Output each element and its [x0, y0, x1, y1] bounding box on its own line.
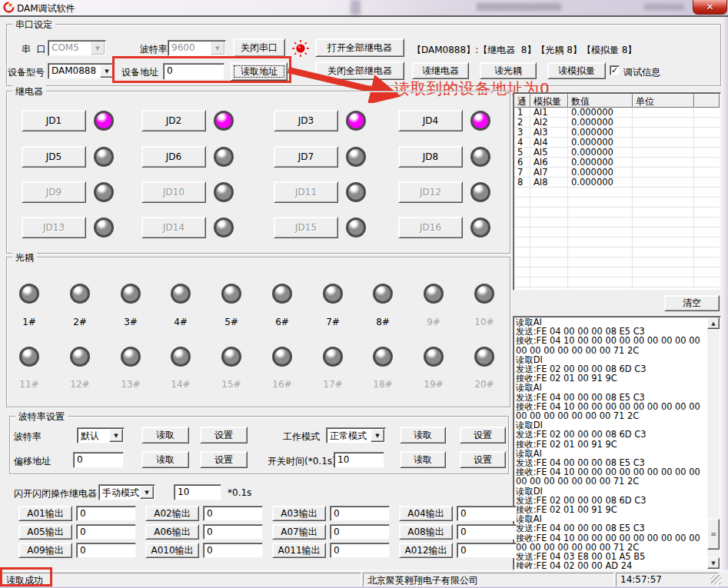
- relay-led-jd8: [470, 147, 490, 167]
- cell-value: 0.000000: [568, 118, 633, 128]
- output-input-ao11[interactable]: 0: [330, 543, 390, 558]
- baud-read-button[interactable]: 读取: [141, 427, 189, 443]
- col-header-channel[interactable]: 通: [514, 94, 530, 108]
- scroll-down-icon[interactable]: ▼: [707, 557, 720, 569]
- open-all-relays-button[interactable]: 打开全部继电器: [315, 38, 404, 57]
- relay-button-jd8[interactable]: JD8: [398, 146, 463, 168]
- read-opto-button[interactable]: 读光耦: [480, 62, 537, 79]
- debug-log-panel[interactable]: 读取AI 发送:FE 04 00 00 00 08 E5 C3 接收:FE 04…: [513, 316, 721, 570]
- chevron-down-icon[interactable]: ▼: [211, 42, 224, 55]
- table-row[interactable]: 2 AI2 0.000000: [514, 118, 720, 128]
- table-row[interactable]: 5 AI5 0.000000: [514, 148, 720, 158]
- debug-info-checkbox[interactable]: ✓: [610, 65, 620, 75]
- col-header-unit[interactable]: 单位: [633, 94, 694, 108]
- relay-led-jd1: [94, 111, 114, 131]
- scroll-up-icon[interactable]: ▲: [707, 317, 720, 329]
- output-input-ao12[interactable]: 0: [457, 543, 517, 558]
- opto-led-5: [221, 284, 241, 304]
- cell-value: 0.000000: [568, 138, 633, 148]
- relay-button-jd14: JD14: [141, 217, 206, 238]
- chevron-down-icon[interactable]: ▼: [140, 486, 154, 499]
- output-input-ao4[interactable]: 0: [457, 506, 517, 521]
- work-mode-set-button[interactable]: 设置: [460, 427, 506, 443]
- table-row[interactable]: 3 AI3 0.000000: [514, 128, 720, 138]
- relay-button-jd3[interactable]: JD3: [274, 110, 338, 131]
- relay-led-jd10: [214, 182, 234, 202]
- switch-time-input[interactable]: 10: [334, 452, 384, 468]
- relay-button-jd5[interactable]: JD5: [22, 146, 86, 168]
- offset-address-input[interactable]: 0: [73, 452, 124, 468]
- read-analog-button[interactable]: 读模拟量: [547, 62, 606, 79]
- flash-unit-label: *0.1s: [228, 487, 251, 498]
- col-header-extra[interactable]: [694, 94, 720, 108]
- output-button-ao3[interactable]: A03输出: [272, 506, 326, 521]
- output-button-ao5[interactable]: A05输出: [18, 524, 72, 540]
- chevron-down-icon[interactable]: ▼: [371, 429, 384, 442]
- relay-button-jd2[interactable]: JD2: [141, 110, 206, 131]
- baud-set-button[interactable]: 设置: [200, 427, 248, 443]
- output-button-ao6[interactable]: A06输出: [145, 524, 199, 540]
- output-input-ao2[interactable]: 0: [203, 506, 263, 521]
- flash-mode-combobox[interactable]: 手动模式 ▼: [98, 484, 155, 500]
- clear-log-button[interactable]: 清空: [664, 295, 720, 311]
- table-row[interactable]: 6 AI6 0.000000: [514, 158, 720, 168]
- output-input-ao7[interactable]: 0: [330, 524, 390, 540]
- offset-set-button[interactable]: 设置: [200, 451, 248, 468]
- cell-channel: 5: [514, 148, 530, 158]
- output-button-ao8[interactable]: A08输出: [399, 524, 453, 540]
- output-input-ao8[interactable]: 0: [457, 524, 517, 540]
- output-input-ao10[interactable]: 0: [203, 543, 263, 558]
- output-input-ao5[interactable]: 0: [76, 524, 136, 540]
- output-button-ao10[interactable]: A010输出: [145, 543, 199, 558]
- col-header-analog[interactable]: 模拟量: [530, 94, 568, 108]
- scrollbar-thumb[interactable]: ≡: [707, 519, 720, 550]
- table-row[interactable]: 1 AI1 0.000000: [514, 108, 720, 118]
- switch-time-set-button[interactable]: 设置: [460, 451, 506, 468]
- baud2-combobox[interactable]: 默认 ▼: [77, 427, 125, 443]
- port-combobox[interactable]: COM5 ▼: [48, 40, 106, 56]
- switch-time-label: 开关时间(*0.1s): [268, 455, 336, 468]
- table-row[interactable]: 4 AI4 0.000000: [514, 138, 720, 148]
- resize-grip[interactable]: [711, 575, 721, 585]
- opto-led-7: [323, 284, 343, 304]
- output-button-ao12[interactable]: A012输出: [399, 543, 453, 558]
- output-input-ao1[interactable]: 0: [76, 506, 136, 521]
- output-button-ao7[interactable]: A07输出: [272, 524, 326, 540]
- output-button-ao9[interactable]: A09输出: [18, 543, 72, 558]
- close-button[interactable]: ✕: [693, 0, 727, 15]
- analog-table: 通 模拟量 数值 单位 1 AI1 0.000000 2 AI2 0.00000…: [513, 92, 721, 291]
- work-mode-combobox[interactable]: 正常模式 ▼: [326, 427, 386, 443]
- opto-led-13: [121, 347, 141, 367]
- cell-channel: 4: [514, 138, 530, 148]
- relay-button-jd4[interactable]: JD4: [398, 110, 463, 131]
- table-row[interactable]: 7 AI7 0.000000: [514, 168, 720, 178]
- close-port-button[interactable]: 关闭串口: [233, 38, 285, 57]
- table-row[interactable]: 8 AI8 0.000000: [514, 178, 720, 188]
- relay-button-jd13: JD13: [22, 217, 86, 238]
- device-model-combobox[interactable]: DAM0888 ▼: [48, 63, 115, 79]
- chevron-down-icon[interactable]: ▼: [91, 42, 105, 55]
- chevron-down-icon[interactable]: ▼: [109, 429, 123, 442]
- opto-label-6: 6#: [267, 317, 298, 327]
- relay-button-jd7[interactable]: JD7: [274, 146, 338, 168]
- flash-time-input[interactable]: 10: [174, 484, 221, 500]
- baudrate-combobox[interactable]: 9600 ▼: [168, 40, 226, 56]
- output-button-ao1[interactable]: A01输出: [18, 506, 72, 521]
- switch-time-read-button[interactable]: 读取: [400, 451, 446, 468]
- output-button-ao2[interactable]: A02输出: [145, 506, 199, 521]
- output-button-ao4[interactable]: A04输出: [399, 506, 453, 521]
- offset-read-button[interactable]: 读取: [141, 451, 189, 468]
- relay-button-jd6[interactable]: JD6: [141, 146, 206, 168]
- cell-analog: AI4: [530, 138, 568, 148]
- work-mode-read-button[interactable]: 读取: [400, 427, 446, 443]
- output-input-ao9[interactable]: 0: [76, 543, 136, 558]
- relay-led-jd9: [94, 182, 114, 202]
- log-scrollbar[interactable]: ▲ ≡ ▼: [707, 317, 720, 569]
- col-header-value[interactable]: 数值: [568, 94, 633, 108]
- read-relay-button[interactable]: 读继电器: [412, 62, 469, 79]
- output-button-ao11[interactable]: A011输出: [272, 543, 326, 558]
- opto-led-11: [19, 347, 39, 367]
- relay-button-jd1[interactable]: JD1: [22, 110, 86, 131]
- output-input-ao6[interactable]: 0: [203, 524, 263, 540]
- output-input-ao3[interactable]: 0: [330, 506, 390, 521]
